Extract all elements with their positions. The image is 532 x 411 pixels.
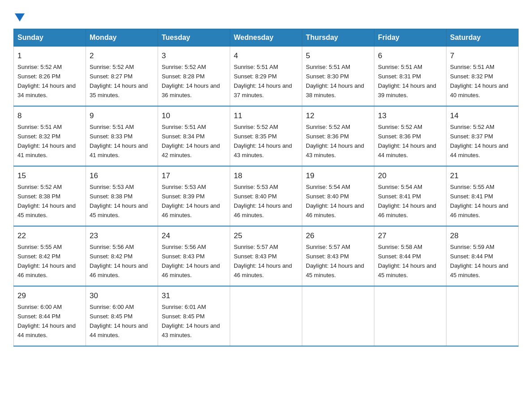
calendar-cell: 31 Sunrise: 6:01 AMSunset: 8:45 PMDaylig… xyxy=(158,286,230,346)
calendar-cell: 23 Sunrise: 5:56 AMSunset: 8:42 PMDaylig… xyxy=(86,226,158,286)
day-number: 4 xyxy=(234,50,298,62)
week-row-5: 29 Sunrise: 6:00 AMSunset: 8:44 PMDaylig… xyxy=(14,286,519,346)
calendar-cell xyxy=(230,286,302,346)
calendar-cell: 7 Sunrise: 5:51 AMSunset: 8:32 PMDayligh… xyxy=(446,47,519,107)
day-number: 6 xyxy=(378,50,442,62)
calendar-cell: 11 Sunrise: 5:52 AMSunset: 8:35 PMDaylig… xyxy=(230,106,302,166)
calendar-cell xyxy=(374,286,446,346)
calendar-cell xyxy=(446,286,519,346)
day-info: Sunrise: 5:58 AMSunset: 8:44 PMDaylight:… xyxy=(378,244,436,278)
day-number: 14 xyxy=(450,110,515,122)
week-row-2: 8 Sunrise: 5:51 AMSunset: 8:32 PMDayligh… xyxy=(14,106,519,166)
week-row-4: 22 Sunrise: 5:55 AMSunset: 8:42 PMDaylig… xyxy=(14,226,519,286)
col-header-sunday: Sunday xyxy=(14,29,86,47)
day-info: Sunrise: 5:55 AMSunset: 8:42 PMDaylight:… xyxy=(17,244,76,278)
calendar-cell: 5 Sunrise: 5:51 AMSunset: 8:30 PMDayligh… xyxy=(302,47,374,107)
day-number: 20 xyxy=(378,170,442,182)
day-info: Sunrise: 5:54 AMSunset: 8:41 PMDaylight:… xyxy=(378,184,436,218)
day-number: 2 xyxy=(90,50,154,62)
day-number: 5 xyxy=(306,50,370,62)
col-header-saturday: Saturday xyxy=(446,29,519,47)
calendar-cell: 27 Sunrise: 5:58 AMSunset: 8:44 PMDaylig… xyxy=(374,226,446,286)
day-info: Sunrise: 5:59 AMSunset: 8:44 PMDaylight:… xyxy=(450,244,508,278)
day-number: 31 xyxy=(162,290,226,302)
calendar-cell: 10 Sunrise: 5:51 AMSunset: 8:34 PMDaylig… xyxy=(158,106,230,166)
day-info: Sunrise: 5:57 AMSunset: 8:43 PMDaylight:… xyxy=(234,244,292,278)
day-info: Sunrise: 5:52 AMSunset: 8:36 PMDaylight:… xyxy=(306,124,364,158)
day-number: 23 xyxy=(90,230,154,242)
day-info: Sunrise: 5:51 AMSunset: 8:32 PMDaylight:… xyxy=(17,124,76,158)
calendar-cell: 21 Sunrise: 5:55 AMSunset: 8:41 PMDaylig… xyxy=(446,166,519,226)
day-info: Sunrise: 5:51 AMSunset: 8:32 PMDaylight:… xyxy=(450,64,508,98)
col-header-tuesday: Tuesday xyxy=(158,29,230,47)
day-number: 12 xyxy=(306,110,370,122)
day-number: 8 xyxy=(17,110,82,122)
calendar-table: SundayMondayTuesdayWednesdayThursdayFrid… xyxy=(13,29,519,347)
day-info: Sunrise: 5:55 AMSunset: 8:41 PMDaylight:… xyxy=(450,184,508,218)
calendar-cell: 14 Sunrise: 5:52 AMSunset: 8:37 PMDaylig… xyxy=(446,106,519,166)
calendar-cell: 18 Sunrise: 5:53 AMSunset: 8:40 PMDaylig… xyxy=(230,166,302,226)
calendar-cell: 3 Sunrise: 5:52 AMSunset: 8:28 PMDayligh… xyxy=(158,47,230,107)
day-info: Sunrise: 5:51 AMSunset: 8:29 PMDaylight:… xyxy=(234,64,292,98)
calendar-cell: 30 Sunrise: 6:00 AMSunset: 8:45 PMDaylig… xyxy=(86,286,158,346)
day-number: 24 xyxy=(162,230,226,242)
calendar-cell: 6 Sunrise: 5:51 AMSunset: 8:31 PMDayligh… xyxy=(374,47,446,107)
day-info: Sunrise: 5:51 AMSunset: 8:34 PMDaylight:… xyxy=(162,124,220,158)
day-info: Sunrise: 5:56 AMSunset: 8:42 PMDaylight:… xyxy=(90,244,148,278)
day-number: 13 xyxy=(378,110,442,122)
day-number: 26 xyxy=(306,230,370,242)
calendar-cell: 9 Sunrise: 5:51 AMSunset: 8:33 PMDayligh… xyxy=(86,106,158,166)
day-number: 11 xyxy=(234,110,298,122)
day-number: 9 xyxy=(90,110,154,122)
day-info: Sunrise: 5:54 AMSunset: 8:40 PMDaylight:… xyxy=(306,184,364,218)
day-info: Sunrise: 5:53 AMSunset: 8:38 PMDaylight:… xyxy=(90,184,148,218)
calendar-cell: 4 Sunrise: 5:51 AMSunset: 8:29 PMDayligh… xyxy=(230,47,302,107)
calendar-cell: 12 Sunrise: 5:52 AMSunset: 8:36 PMDaylig… xyxy=(302,106,374,166)
col-header-monday: Monday xyxy=(86,29,158,47)
day-number: 21 xyxy=(450,170,515,182)
page-header xyxy=(13,9,519,21)
day-info: Sunrise: 5:51 AMSunset: 8:30 PMDaylight:… xyxy=(306,64,364,98)
day-info: Sunrise: 5:52 AMSunset: 8:38 PMDaylight:… xyxy=(17,184,76,218)
day-number: 1 xyxy=(17,50,82,62)
calendar-cell: 22 Sunrise: 5:55 AMSunset: 8:42 PMDaylig… xyxy=(14,226,86,286)
day-info: Sunrise: 6:00 AMSunset: 8:45 PMDaylight:… xyxy=(90,304,148,338)
day-number: 15 xyxy=(17,170,82,182)
col-header-friday: Friday xyxy=(374,29,446,47)
day-number: 27 xyxy=(378,230,442,242)
week-row-1: 1 Sunrise: 5:52 AMSunset: 8:26 PMDayligh… xyxy=(14,47,519,107)
day-info: Sunrise: 6:00 AMSunset: 8:44 PMDaylight:… xyxy=(17,304,76,338)
day-info: Sunrise: 6:01 AMSunset: 8:45 PMDaylight:… xyxy=(162,304,220,338)
day-info: Sunrise: 5:57 AMSunset: 8:43 PMDaylight:… xyxy=(306,244,364,278)
day-info: Sunrise: 5:52 AMSunset: 8:26 PMDaylight:… xyxy=(17,64,76,98)
logo-triangle-icon xyxy=(15,13,25,21)
calendar-cell: 24 Sunrise: 5:56 AMSunset: 8:43 PMDaylig… xyxy=(158,226,230,286)
calendar-cell: 19 Sunrise: 5:54 AMSunset: 8:40 PMDaylig… xyxy=(302,166,374,226)
day-info: Sunrise: 5:52 AMSunset: 8:35 PMDaylight:… xyxy=(234,124,292,158)
day-number: 25 xyxy=(234,230,298,242)
day-number: 18 xyxy=(234,170,298,182)
day-info: Sunrise: 5:52 AMSunset: 8:36 PMDaylight:… xyxy=(378,124,436,158)
col-header-wednesday: Wednesday xyxy=(230,29,302,47)
calendar-cell: 13 Sunrise: 5:52 AMSunset: 8:36 PMDaylig… xyxy=(374,106,446,166)
col-header-thursday: Thursday xyxy=(302,29,374,47)
calendar-cell: 25 Sunrise: 5:57 AMSunset: 8:43 PMDaylig… xyxy=(230,226,302,286)
day-number: 19 xyxy=(306,170,370,182)
day-number: 30 xyxy=(90,290,154,302)
day-number: 10 xyxy=(162,110,226,122)
day-info: Sunrise: 5:52 AMSunset: 8:37 PMDaylight:… xyxy=(450,124,508,158)
day-number: 29 xyxy=(17,290,82,302)
svg-marker-0 xyxy=(15,13,25,21)
day-info: Sunrise: 5:51 AMSunset: 8:31 PMDaylight:… xyxy=(378,64,436,98)
day-number: 7 xyxy=(450,50,515,62)
day-info: Sunrise: 5:53 AMSunset: 8:40 PMDaylight:… xyxy=(234,184,292,218)
calendar-cell: 1 Sunrise: 5:52 AMSunset: 8:26 PMDayligh… xyxy=(14,47,86,107)
day-number: 22 xyxy=(17,230,82,242)
logo xyxy=(13,13,25,21)
calendar-cell: 16 Sunrise: 5:53 AMSunset: 8:38 PMDaylig… xyxy=(86,166,158,226)
day-number: 28 xyxy=(450,230,515,242)
day-info: Sunrise: 5:52 AMSunset: 8:27 PMDaylight:… xyxy=(90,64,148,98)
day-info: Sunrise: 5:51 AMSunset: 8:33 PMDaylight:… xyxy=(90,124,148,158)
calendar-cell: 8 Sunrise: 5:51 AMSunset: 8:32 PMDayligh… xyxy=(14,106,86,166)
calendar-cell: 15 Sunrise: 5:52 AMSunset: 8:38 PMDaylig… xyxy=(14,166,86,226)
